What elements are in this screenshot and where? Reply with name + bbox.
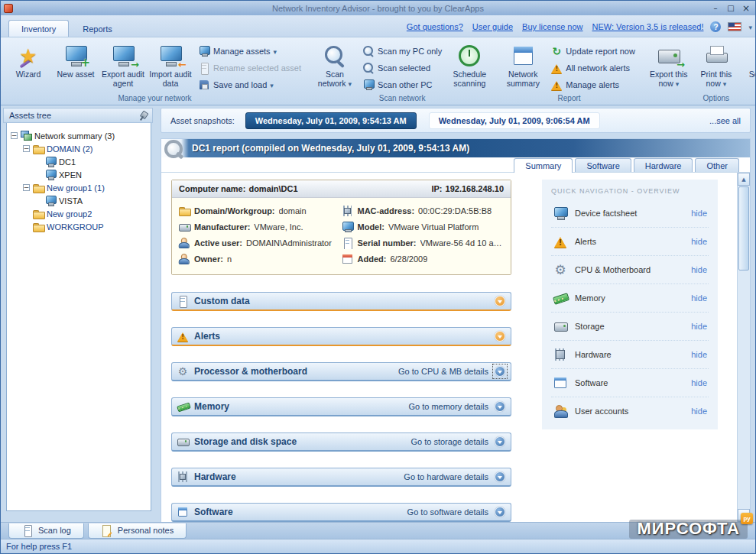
hide-link[interactable]: hide — [691, 378, 707, 387]
quick-nav-item[interactable]: CPU & Motherboard hide — [551, 256, 709, 284]
info-field: Domain/Workgroup: domain — [178, 205, 342, 217]
report-section-header[interactable]: Hardware Go to hardware details — [171, 468, 511, 487]
scrollbar-track[interactable] — [738, 186, 750, 509]
chevron-down-icon — [495, 436, 505, 447]
tree-expander-icon[interactable] — [23, 184, 30, 191]
import-audit-data-button[interactable]: Import audit data — [148, 40, 193, 91]
manage-alerts-button[interactable]: Manage alerts — [550, 79, 635, 91]
section-collapse-button[interactable] — [494, 400, 506, 413]
tree-item[interactable]: VISTA — [9, 194, 148, 207]
help-icon[interactable] — [710, 21, 721, 32]
section-details-link[interactable]: Go to storage details — [410, 437, 488, 446]
tree-expander-icon[interactable] — [11, 132, 18, 139]
section-collapse-button[interactable] — [494, 295, 506, 307]
report-section-header[interactable]: Memory Go to memory details — [171, 397, 511, 416]
report-section-header[interactable]: Alerts — [171, 327, 511, 346]
hide-link[interactable]: hide — [691, 350, 707, 359]
hide-link[interactable]: hide — [691, 209, 707, 218]
report-tab[interactable]: Hardware — [634, 158, 693, 172]
tree-item[interactable]: DC1 — [9, 155, 148, 168]
close-button[interactable] — [740, 3, 752, 13]
quick-nav-label: Device factsheet — [575, 209, 637, 218]
scrollbar-thumb[interactable] — [738, 186, 749, 271]
print-this-now-button[interactable]: Print this now — [693, 40, 739, 91]
report-tab[interactable]: Other — [695, 158, 739, 172]
tree-item[interactable]: New group1 (1) — [9, 181, 148, 194]
scan-my-pc-only-button[interactable]: Scan my PC only — [362, 45, 442, 57]
hide-link[interactable]: hide — [691, 322, 707, 331]
quick-nav-item[interactable]: Memory hide — [551, 284, 709, 313]
section-collapse-button[interactable] — [494, 330, 506, 342]
top-link[interactable]: Buy license now — [522, 22, 583, 31]
tree-item[interactable]: WORKGROUP — [9, 220, 148, 233]
maximize-button[interactable] — [725, 3, 737, 13]
hide-link[interactable]: hide — [691, 265, 707, 274]
report-tab[interactable]: Summary — [514, 158, 573, 173]
report-section-header[interactable]: Custom data — [171, 292, 511, 311]
quick-nav-item[interactable]: Device factsheet hide — [551, 199, 709, 228]
language-flag-icon[interactable] — [728, 22, 741, 31]
quick-nav-item[interactable]: Storage hide — [551, 313, 709, 341]
schedule-scanning-button[interactable]: Schedule scanning — [446, 40, 492, 91]
tree-item[interactable]: XPEN — [9, 168, 148, 181]
top-link[interactable]: User guide — [472, 22, 513, 31]
minimize-button[interactable] — [709, 3, 722, 13]
see-all-link[interactable]: ...see all — [709, 116, 741, 125]
bottom-tab[interactable]: Scan log — [8, 523, 84, 539]
export-this-now-button[interactable]: Export this now — [646, 40, 692, 91]
scan-selected-button[interactable]: Scan selected — [362, 62, 442, 74]
snapshot-button[interactable]: Wednesday, July 01, 2009, 9:06:54 AM — [429, 112, 600, 129]
section-details-link[interactable]: Go to software details — [407, 507, 488, 517]
section-collapse-button[interactable] — [494, 506, 506, 518]
section-details-link[interactable]: Go to memory details — [408, 402, 488, 411]
save-and-load-button[interactable]: Save and load — [198, 79, 301, 91]
quick-nav-item[interactable]: Alerts hide — [551, 228, 709, 256]
section-collapse-button[interactable] — [494, 471, 506, 483]
ribbon-tab[interactable]: Reports — [70, 21, 125, 37]
ribbon-tab[interactable]: Inventory — [8, 20, 69, 37]
section-details-link[interactable]: Go to CPU & MB details — [398, 367, 488, 376]
report-section-header[interactable]: Processor & motherboard Go to CPU & MB d… — [171, 362, 511, 381]
section-collapse-button[interactable] — [494, 365, 506, 377]
bottom-tab[interactable]: Personal notes — [88, 523, 187, 539]
bottom-tab-label: Personal notes — [118, 526, 174, 535]
rename-selected-asset-button[interactable]: Rename selected asset — [198, 62, 301, 74]
scan-network-button[interactable]: Scan network — [312, 40, 358, 91]
tree-expander-icon[interactable] — [23, 145, 30, 152]
quick-nav-label: Storage — [575, 322, 605, 331]
report-tab[interactable]: Software — [575, 158, 631, 172]
hide-link[interactable]: hide — [691, 293, 707, 303]
field-icon — [178, 221, 190, 233]
report-section-header[interactable]: Storage and disk space Go to storage det… — [171, 433, 511, 452]
network-summary-button[interactable]: Network summary — [500, 40, 546, 91]
hide-link[interactable]: hide — [691, 237, 707, 246]
tree-item[interactable]: DOMAIN (2) — [9, 142, 148, 155]
wizard-button[interactable]: Wizard — [5, 40, 51, 91]
top-link[interactable]: Got questions? — [407, 22, 463, 31]
snapshot-button[interactable]: Wednesday, July 01, 2009, 9:54:13 AM — [245, 112, 417, 129]
tree-item[interactable]: New group2 — [9, 207, 148, 220]
field-value: VMware, Inc. — [254, 222, 303, 232]
report-section-header[interactable]: Software Go to software details — [171, 503, 511, 522]
quick-nav-item[interactable]: Hardware hide — [551, 341, 709, 369]
vertical-scrollbar[interactable] — [737, 173, 750, 522]
language-caret-icon[interactable] — [748, 22, 752, 31]
scan-other-pc-button[interactable]: Scan other PC — [362, 79, 442, 91]
quick-nav-icon — [553, 319, 568, 334]
top-link[interactable]: NEW: Version 3.5 is released! — [592, 22, 704, 31]
all-network-alerts-button[interactable]: All network alerts — [550, 62, 635, 74]
pin-icon[interactable] — [135, 107, 151, 124]
export-audit-agent-button[interactable]: Export audit agent — [100, 40, 146, 91]
update-report-now-button[interactable]: Update report now — [550, 45, 635, 57]
quick-nav-item[interactable]: User accounts hide — [551, 397, 709, 425]
manage-assets-label: Manage assets — [213, 47, 271, 56]
settings-button[interactable]: Settings — [741, 40, 756, 91]
new-asset-button[interactable]: New asset — [53, 40, 99, 91]
section-details-link[interactable]: Go to hardware details — [404, 472, 488, 481]
manage-assets-button[interactable]: Manage assets — [198, 45, 301, 57]
hide-link[interactable]: hide — [691, 407, 707, 416]
quick-nav-item[interactable]: Software hide — [551, 369, 709, 397]
section-collapse-button[interactable] — [494, 436, 506, 448]
tree-item[interactable]: Network summary (3) — [9, 129, 148, 142]
scroll-up-arrow-icon[interactable] — [738, 173, 750, 186]
